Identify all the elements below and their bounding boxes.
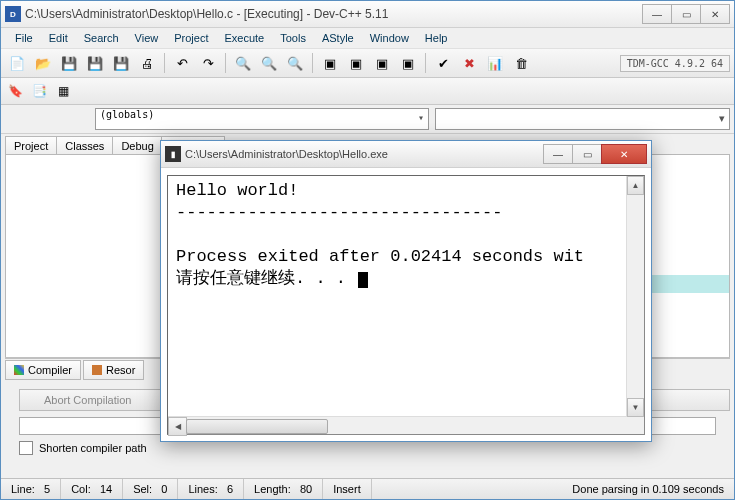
menu-edit[interactable]: Edit	[41, 30, 76, 46]
status-length: Length: 80	[244, 479, 323, 499]
scroll-left-arrow-icon[interactable]: ◀	[168, 417, 187, 436]
menu-execute[interactable]: Execute	[216, 30, 272, 46]
compile-icon[interactable]: ▣	[318, 51, 342, 75]
status-done: Done parsing in 0.109 seconds	[562, 479, 734, 499]
toolbar-main: 📄 📂 💾 💾 💾 🖨 ↶ ↷ 🔍 🔍 🔍 ▣ ▣ ▣ ▣ ✔ ✖ 📊 🗑 TD…	[1, 49, 734, 78]
console-title: C:\Users\Administrator\Desktop\Hello.exe	[185, 148, 544, 160]
main-titlebar[interactable]: D C:\Users\Administrator\Desktop\Hello.c…	[1, 1, 734, 28]
save-all-icon[interactable]: 💾	[83, 51, 107, 75]
new-file-icon[interactable]: 📄	[5, 51, 29, 75]
separator	[225, 53, 226, 73]
console-window: ▮ C:\Users\Administrator\Desktop\Hello.e…	[160, 140, 652, 442]
close-button[interactable]: ✕	[700, 4, 730, 24]
menu-astyle[interactable]: AStyle	[314, 30, 362, 46]
console-minimize-button[interactable]: —	[543, 144, 573, 164]
status-line: Line: 5	[1, 479, 61, 499]
members-combo[interactable]	[435, 108, 730, 130]
menu-view[interactable]: View	[127, 30, 167, 46]
console-close-button[interactable]: ✕	[601, 144, 647, 164]
console-scrollbar-horizontal[interactable]: ◀	[168, 416, 627, 434]
menu-tools[interactable]: Tools	[272, 30, 314, 46]
status-sel: Sel: 0	[123, 479, 178, 499]
toolbar-secondary: 🔖 📑 ▦	[1, 78, 734, 105]
debug-icon[interactable]: ✔	[431, 51, 455, 75]
rebuild-icon[interactable]: ▣	[396, 51, 420, 75]
open-icon[interactable]: 📂	[31, 51, 55, 75]
resources-icon	[92, 365, 102, 375]
compile-run-icon[interactable]: ▣	[370, 51, 394, 75]
trash-icon[interactable]: 🗑	[509, 51, 533, 75]
console-scrollbar-vertical[interactable]: ▲ ▼	[626, 176, 644, 417]
find-in-files-icon[interactable]: 🔍	[283, 51, 307, 75]
app-icon: D	[5, 6, 21, 22]
grid-icon	[14, 365, 24, 375]
misc-icon[interactable]: ▦	[53, 81, 73, 101]
tab-classes[interactable]: Classes	[56, 136, 113, 155]
separator	[164, 53, 165, 73]
stop-icon[interactable]: ✖	[457, 51, 481, 75]
separator	[425, 53, 426, 73]
console-body[interactable]: Hello world! ---------------------------…	[167, 175, 645, 435]
console-icon: ▮	[165, 146, 181, 162]
console-output: Hello world! ---------------------------…	[168, 176, 644, 294]
menu-window[interactable]: Window	[362, 30, 417, 46]
undo-icon[interactable]: ↶	[170, 51, 194, 75]
menu-file[interactable]: File	[7, 30, 41, 46]
find-icon[interactable]: 🔍	[231, 51, 255, 75]
status-col: Col: 14	[61, 479, 123, 499]
console-maximize-button[interactable]: ▭	[572, 144, 602, 164]
scroll-up-arrow-icon[interactable]: ▲	[627, 176, 644, 195]
run-icon[interactable]: ▣	[344, 51, 368, 75]
compiler-badge[interactable]: TDM-GCC 4.9.2 64	[620, 55, 730, 72]
save-as-icon[interactable]: 💾	[109, 51, 133, 75]
shorten-path-checkbox[interactable]	[19, 441, 33, 455]
statusbar: Line: 5 Col: 14 Sel: 0 Lines: 6 Length: …	[1, 478, 734, 499]
btab-compiler[interactable]: Compiler	[5, 360, 81, 380]
goto-icon[interactable]: 📑	[29, 81, 49, 101]
scroll-down-arrow-icon[interactable]: ▼	[627, 398, 644, 417]
combo-row: (globals)	[1, 105, 734, 134]
shorten-path-label: Shorten compiler path	[39, 442, 147, 454]
menubar: File Edit Search View Project Execute To…	[1, 28, 734, 49]
maximize-button[interactable]: ▭	[671, 4, 701, 24]
tab-project[interactable]: Project	[5, 136, 57, 155]
globals-combo[interactable]: (globals)	[95, 108, 429, 130]
separator	[312, 53, 313, 73]
replace-icon[interactable]: 🔍	[257, 51, 281, 75]
status-insert: Insert	[323, 479, 372, 499]
save-icon[interactable]: 💾	[57, 51, 81, 75]
menu-project[interactable]: Project	[166, 30, 216, 46]
cursor-caret	[358, 272, 368, 288]
console-titlebar[interactable]: ▮ C:\Users\Administrator\Desktop\Hello.e…	[161, 141, 651, 168]
menu-search[interactable]: Search	[76, 30, 127, 46]
scroll-thumb[interactable]	[186, 419, 328, 434]
print-icon[interactable]: 🖨	[135, 51, 159, 75]
main-title: C:\Users\Administrator\Desktop\Hello.c -…	[25, 7, 643, 21]
bookmark-icon[interactable]: 🔖	[5, 81, 25, 101]
scrollbar-corner	[627, 417, 644, 434]
tab-debug[interactable]: Debug	[112, 136, 162, 155]
minimize-button[interactable]: —	[642, 4, 672, 24]
profile-icon[interactable]: 📊	[483, 51, 507, 75]
menu-help[interactable]: Help	[417, 30, 456, 46]
redo-icon[interactable]: ↷	[196, 51, 220, 75]
btab-resources[interactable]: Resor	[83, 360, 144, 380]
status-lines: Lines: 6	[178, 479, 244, 499]
